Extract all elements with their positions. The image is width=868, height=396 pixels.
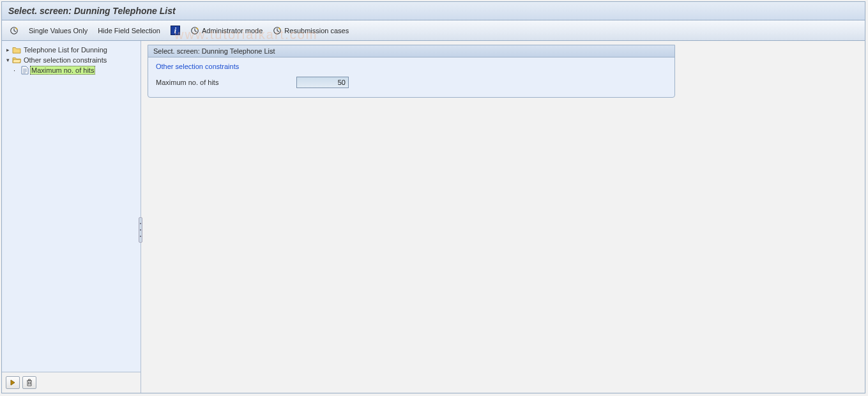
info-button[interactable]: i	[168, 24, 183, 36]
chevron-down-icon[interactable]: ▾	[4, 57, 11, 63]
panel-body: Other selection constraints Maximum no. …	[148, 57, 674, 97]
play-icon	[10, 379, 16, 386]
sidebar: ▸ Telephone List for Dunning ▾ Other sel…	[2, 41, 141, 393]
tree-label: Maximum no. of hits	[30, 66, 95, 75]
execute-icon	[10, 26, 19, 35]
section-title: Other selection constraints	[156, 63, 667, 70]
delete-button[interactable]	[22, 376, 36, 389]
execute-button[interactable]	[7, 25, 21, 36]
single-values-button[interactable]: Single Values Only	[26, 26, 90, 36]
folder-closed-icon	[12, 46, 21, 54]
toolbar: Single Values Only Hide Field Selection …	[2, 20, 865, 41]
resubmission-label: Resubmission cases	[284, 27, 349, 34]
info-icon: i	[171, 26, 180, 35]
hide-field-selection-button[interactable]: Hide Field Selection	[95, 26, 163, 36]
single-values-label: Single Values Only	[29, 27, 88, 34]
field-row-max-hits: Maximum no. of hits	[156, 77, 667, 88]
page-title: Select. screen: Dunning Telephone List	[2, 2, 865, 20]
main-area: ▸ Telephone List for Dunning ▾ Other sel…	[2, 41, 865, 393]
tree-bullet: ·	[13, 66, 20, 74]
splitter-handle[interactable]	[139, 217, 142, 243]
field-label: Maximum no. of hits	[156, 79, 296, 86]
admin-mode-button[interactable]: Administrator mode	[188, 25, 265, 36]
expand-collapse-button[interactable]	[6, 376, 20, 389]
tree-label: Other selection constraints	[22, 56, 108, 65]
document-icon	[21, 66, 29, 75]
resubmission-button[interactable]: Resubmission cases	[270, 25, 351, 36]
admin-mode-label: Administrator mode	[202, 27, 263, 34]
chevron-right-icon[interactable]: ▸	[4, 47, 11, 53]
clock-icon	[190, 26, 199, 35]
app-frame: Select. screen: Dunning Telephone List S…	[1, 1, 865, 393]
tree: ▸ Telephone List for Dunning ▾ Other sel…	[2, 41, 141, 372]
selection-panel: Select. screen: Dunning Telephone List O…	[148, 45, 675, 98]
max-hits-input[interactable]	[296, 77, 349, 88]
tree-node-max-hits[interactable]: · Maximum no. of hits	[4, 65, 139, 75]
tree-node-other-constraints[interactable]: ▾ Other selection constraints	[4, 55, 139, 65]
sidebar-footer	[2, 372, 141, 393]
hide-field-selection-label: Hide Field Selection	[98, 27, 160, 34]
content-area: Select. screen: Dunning Telephone List O…	[141, 41, 865, 393]
trash-icon	[26, 379, 33, 386]
tree-label: Telephone List for Dunning	[22, 45, 109, 54]
clock-icon	[273, 26, 282, 35]
tree-node-telephone-list[interactable]: ▸ Telephone List for Dunning	[4, 45, 139, 55]
panel-header: Select. screen: Dunning Telephone List	[148, 45, 674, 57]
folder-open-icon	[12, 56, 21, 64]
